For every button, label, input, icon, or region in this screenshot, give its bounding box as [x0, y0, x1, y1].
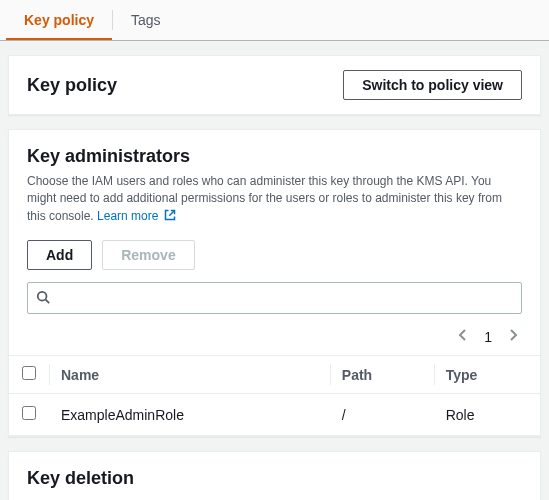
next-page-button[interactable] [508, 328, 518, 345]
pagination: 1 [9, 322, 540, 355]
select-all-checkbox[interactable] [22, 366, 36, 380]
column-name[interactable]: Name [49, 356, 330, 394]
chevron-right-icon [508, 328, 518, 342]
chevron-left-icon [458, 328, 468, 342]
svg-point-0 [38, 291, 47, 300]
prev-page-button[interactable] [458, 328, 468, 345]
key-policy-panel: Key policy Switch to policy view [8, 55, 541, 115]
learn-more-label: Learn more [97, 209, 158, 223]
table-row: ExampleAdminRole / Role [9, 394, 540, 436]
switch-button-label: Switch to policy view [362, 77, 503, 93]
tab-tags[interactable]: Tags [113, 0, 179, 40]
search-icon [36, 290, 50, 307]
column-type[interactable]: Type [434, 356, 540, 394]
remove-button-label: Remove [121, 247, 175, 263]
remove-button[interactable]: Remove [102, 240, 194, 270]
switch-to-policy-view-button[interactable]: Switch to policy view [343, 70, 522, 100]
cell-path: / [330, 394, 434, 436]
key-deletion-row: Allow key administrators to delete this … [9, 495, 540, 500]
column-path[interactable]: Path [330, 356, 434, 394]
key-administrators-title: Key administrators [9, 130, 540, 173]
tab-key-policy-label: Key policy [24, 12, 94, 28]
search-box[interactable] [27, 282, 522, 314]
cell-type: Role [434, 394, 540, 436]
search-wrap [9, 282, 540, 322]
tab-tags-label: Tags [131, 12, 161, 28]
key-administrators-panel: Key administrators Choose the IAM users … [8, 129, 541, 437]
add-button[interactable]: Add [27, 240, 92, 270]
add-button-label: Add [46, 247, 73, 263]
key-administrators-description: Choose the IAM users and roles who can a… [9, 173, 540, 236]
key-deletion-panel: Key deletion Allow key administrators to… [8, 451, 541, 500]
key-deletion-title: Key deletion [9, 452, 540, 495]
tabs-bar: Key policy Tags [0, 0, 549, 41]
page-title: Key policy [27, 75, 117, 96]
column-select [9, 356, 49, 394]
cell-name: ExampleAdminRole [49, 394, 330, 436]
tab-key-policy[interactable]: Key policy [6, 0, 112, 40]
admin-action-row: Add Remove [9, 236, 540, 282]
search-input[interactable] [50, 286, 513, 310]
learn-more-link[interactable]: Learn more [97, 209, 176, 223]
external-link-icon [164, 209, 176, 226]
key-policy-header: Key policy Switch to policy view [9, 56, 540, 114]
row-select-checkbox[interactable] [22, 406, 36, 420]
admins-table: Name Path Type ExampleAdminRole / Role [9, 355, 540, 436]
page-number: 1 [484, 329, 492, 345]
